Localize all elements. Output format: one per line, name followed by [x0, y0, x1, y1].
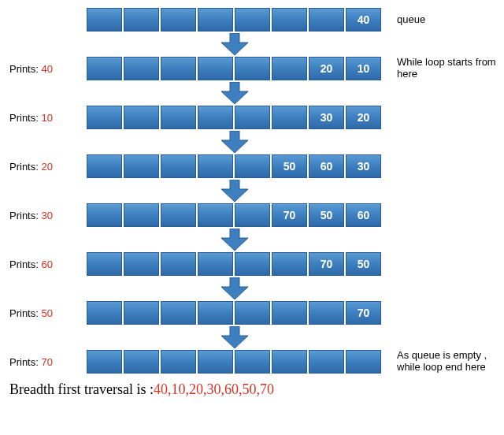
row-note: As queue is empty , while loop end here — [381, 350, 501, 374]
queue-cell — [161, 154, 196, 178]
queue-cell — [235, 252, 270, 276]
prints-value: 50 — [41, 307, 52, 319]
queue-cell — [124, 8, 159, 32]
queue-cell — [87, 57, 122, 80]
queue-cell — [272, 252, 307, 276]
queue-cell — [124, 350, 159, 374]
prints-word: Prints: — [9, 161, 39, 173]
queue-row: Prints: 607050 — [3, 251, 501, 277]
prints-label: Prints: 40 — [3, 63, 87, 75]
down-arrow-icon — [87, 326, 382, 348]
arrow-row — [3, 180, 501, 202]
queue-cell: 30 — [346, 154, 381, 178]
svg-marker-5 — [221, 277, 248, 299]
queue-cells: 70 — [87, 301, 381, 325]
prints-label: Prints: 50 — [3, 307, 87, 319]
queue-cell — [235, 350, 270, 374]
arrow-row — [3, 82, 501, 104]
queue-cell — [124, 57, 159, 80]
queue-cell — [235, 57, 270, 80]
svg-marker-0 — [221, 33, 248, 55]
arrow-row — [3, 326, 501, 348]
queue-row: Prints: 5070 — [3, 299, 501, 326]
queue-cell: 70 — [346, 301, 381, 325]
down-arrow-icon — [87, 131, 382, 153]
row-note: queue — [381, 14, 501, 26]
queue-cell: 70 — [272, 203, 307, 227]
prints-label: Prints: 20 — [3, 161, 87, 173]
prints-value: 60 — [41, 258, 52, 270]
queue-cell — [198, 350, 233, 374]
svg-marker-1 — [221, 82, 248, 104]
queue-row: Prints: 30705060 — [3, 202, 501, 229]
arrow-row — [3, 33, 501, 55]
queue-cell — [87, 203, 122, 227]
result-line: Breadth first traversal is :40,10,20,30,… — [3, 375, 501, 398]
queue-cell — [87, 350, 122, 374]
queue-cell — [87, 301, 122, 325]
queue-cell: 50 — [346, 252, 381, 276]
queue-cell: 50 — [272, 154, 307, 178]
queue-cell — [235, 301, 270, 325]
queue-cell — [198, 203, 233, 227]
prints-word: Prints: — [9, 258, 39, 270]
queue-cell — [235, 154, 270, 178]
queue-cell — [272, 350, 307, 374]
queue-cell — [198, 154, 233, 178]
queue-cells: 705060 — [87, 203, 381, 227]
prints-value: 40 — [41, 63, 52, 75]
queue-cells: 3020 — [87, 106, 381, 129]
queue-cell — [87, 8, 122, 32]
queue-cell — [87, 106, 122, 129]
down-arrow-icon — [87, 82, 382, 104]
prints-word: Prints: — [9, 356, 39, 368]
queue-cell: 60 — [309, 154, 344, 178]
prints-value: 20 — [41, 161, 52, 173]
svg-marker-4 — [221, 229, 248, 251]
prints-word: Prints: — [9, 63, 39, 75]
arrow-row — [3, 277, 501, 299]
queue-row: Prints: 20506030 — [3, 153, 501, 180]
queue-cell — [161, 350, 196, 374]
queue-cell — [161, 252, 196, 276]
down-arrow-icon — [87, 33, 382, 55]
queue-cell — [309, 8, 344, 32]
queue-cell — [87, 154, 122, 178]
queue-cell: 50 — [309, 203, 344, 227]
queue-cell — [235, 203, 270, 227]
down-arrow-icon — [87, 229, 382, 251]
queue-cells — [87, 350, 381, 374]
svg-marker-6 — [221, 326, 248, 348]
prints-label: Prints: 30 — [3, 210, 87, 221]
prints-word: Prints: — [9, 210, 39, 221]
queue-cell: 30 — [309, 106, 344, 129]
prints-value: 10 — [41, 112, 52, 124]
down-arrow-icon — [87, 180, 382, 202]
queue-row: Prints: 103020 — [3, 104, 501, 131]
queue-cell — [309, 301, 344, 325]
queue-cell: 10 — [346, 57, 381, 80]
svg-marker-3 — [221, 180, 248, 202]
queue-cell — [272, 57, 307, 80]
prints-value: 30 — [41, 210, 52, 221]
queue-cell — [87, 252, 122, 276]
queue-cell — [272, 106, 307, 129]
queue-row: Prints: 70As queue is empty , while loop… — [3, 348, 501, 375]
queue-cell — [235, 8, 270, 32]
queue-cell: 60 — [346, 203, 381, 227]
queue-cell — [124, 203, 159, 227]
queue-cell — [272, 301, 307, 325]
queue-cell: 20 — [346, 106, 381, 129]
queue-cell — [124, 154, 159, 178]
queue-cells: 506030 — [87, 154, 381, 178]
queue-cell — [309, 350, 344, 374]
prints-label: Prints: 70 — [3, 356, 87, 368]
queue-cell — [235, 106, 270, 129]
queue-cell — [198, 8, 233, 32]
queue-cell — [198, 301, 233, 325]
queue-cell — [198, 106, 233, 129]
queue-row: 40queue — [3, 6, 501, 33]
prints-word: Prints: — [9, 307, 39, 319]
queue-cell — [198, 57, 233, 80]
queue-cell: 20 — [309, 57, 344, 80]
